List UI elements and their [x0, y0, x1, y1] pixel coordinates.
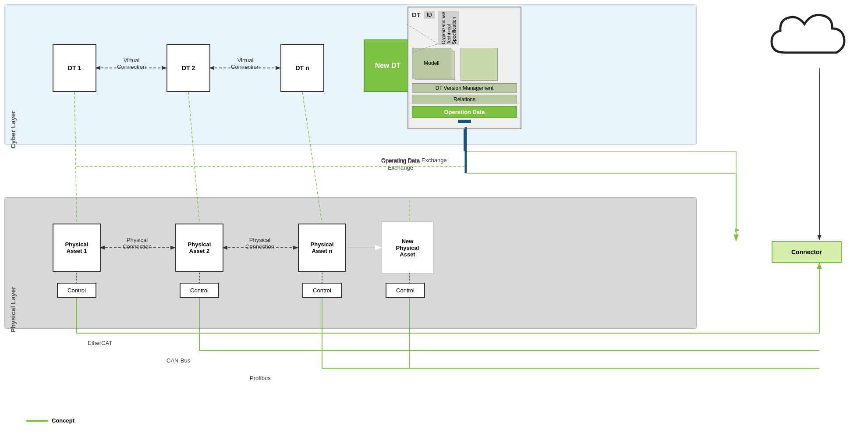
dt-version-bar: DT Version Management	[412, 83, 517, 93]
new-pa-box: New Physical Asset	[381, 221, 434, 274]
dt-detail-box: DT ID Organizational\TechnicalSpecificat…	[407, 7, 521, 129]
ctrlnew-box: Control	[386, 283, 425, 298]
cyber-layer: Cyber Layer	[4, 4, 697, 145]
pan-label: Physical Asset n	[311, 241, 334, 254]
legend-line	[26, 420, 48, 422]
connector-label: Connector	[791, 249, 822, 256]
new-dt-label: New DT	[375, 62, 401, 70]
virtual-conn2-label: Virtual Connection	[219, 57, 272, 70]
ctrl1-box: Control	[57, 283, 96, 298]
legend-concept: Concept	[26, 417, 74, 424]
pan-box: Physical Asset n	[298, 224, 346, 272]
phys-conn1-label: Physical Connection	[109, 237, 166, 250]
ctrln-label: Control	[313, 287, 331, 294]
new-dt-box: New DT	[364, 39, 412, 92]
diagram-container: Cyber Layer Physical Layer DT 1 Virtual …	[0, 0, 868, 437]
dt-org-box	[461, 48, 498, 81]
ethercat-label: EtherCAT	[88, 340, 112, 346]
dt2-label: DT 2	[182, 64, 195, 71]
ctrl2-box: Control	[180, 283, 219, 298]
pa1-box: Physical Asset 1	[53, 224, 101, 272]
dt-blue-bar	[458, 120, 471, 123]
cloud-shape	[767, 9, 855, 66]
dt-opdata-bar: Operation Data	[412, 106, 517, 118]
ctrlnew-label: Control	[396, 287, 415, 294]
physical-layer-label: Physical Layer	[9, 202, 19, 333]
canbus-label: CAN-Bus	[167, 357, 190, 364]
phys-conn2-label: Physical Connection	[231, 237, 288, 250]
dt-relations-bar: Relations	[412, 95, 517, 104]
dt2-box: DT 2	[167, 44, 210, 92]
dt-detail-title: DT	[412, 11, 421, 18]
cyber-layer-label: Cyber Layer	[9, 9, 19, 149]
dt-detail-id: ID	[424, 11, 435, 19]
physical-layer: Physical Layer	[4, 197, 697, 329]
new-pa-label: New Physical Asset	[396, 238, 419, 258]
ctrln-box: Control	[302, 283, 342, 298]
ctrl2-label: Control	[190, 287, 209, 294]
op-data-exchange-label: Operating Data Exchange	[381, 158, 420, 171]
profibus-label: Profibus	[250, 375, 271, 381]
virtual-conn1-label: Virtual Connection	[105, 57, 158, 70]
dt1-label: DT 1	[68, 64, 81, 71]
pa2-box: Physical Asset 2	[175, 224, 223, 272]
dt-detail-org: Organizational\TechnicalSpecification	[438, 11, 459, 45]
dt-modell-label: Modell	[424, 60, 439, 66]
dtn-label: DT n	[295, 64, 309, 71]
dtn-box: DT n	[280, 44, 324, 92]
legend-concept-label: Concept	[52, 417, 74, 424]
pa2-label: Physical Asset 2	[188, 241, 211, 254]
pa1-label: Physical Asset 1	[65, 241, 89, 254]
dt1-box: DT 1	[53, 44, 96, 92]
connector-box: Connector	[772, 241, 842, 263]
ctrl1-label: Control	[67, 287, 86, 294]
